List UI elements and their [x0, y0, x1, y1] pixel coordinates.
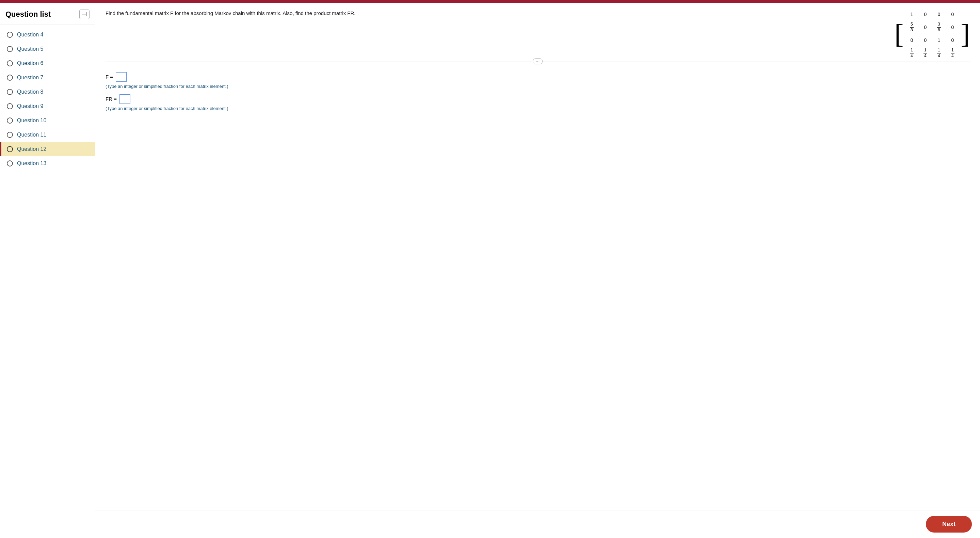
- matrix-cell-0-3: 0: [951, 11, 954, 18]
- matrix-cell-0-1: 0: [924, 11, 927, 18]
- sidebar-item-q5[interactable]: Question 5: [0, 42, 95, 56]
- radio-circle-q5: [7, 46, 13, 52]
- sidebar-label-q11: Question 11: [17, 132, 46, 138]
- sidebar-item-q12[interactable]: Question 12: [0, 142, 95, 156]
- sidebar-item-q11[interactable]: Question 11: [0, 128, 95, 142]
- matrix-cell-1-2: 38: [937, 22, 941, 33]
- sidebar-item-q9[interactable]: Question 9: [0, 99, 95, 113]
- matrix-grid: 1000580380001014141414: [905, 8, 959, 59]
- divider-dots: ···: [533, 58, 543, 64]
- top-bar: [0, 0, 980, 3]
- sidebar-label-q5: Question 5: [17, 46, 43, 52]
- sidebar-label-q6: Question 6: [17, 60, 43, 67]
- sidebar-label-q4: Question 4: [17, 32, 43, 38]
- matrix-cell-2-3: 0: [951, 37, 954, 43]
- content-area: Find the fundamental matrix F for the ab…: [95, 3, 980, 538]
- f-input[interactable]: [116, 72, 127, 82]
- sidebar-label-q13: Question 13: [17, 161, 46, 167]
- sidebar-list: Question 4Question 5Question 6Question 7…: [0, 25, 95, 173]
- main-layout: Question list ⊣ Question 4Question 5Ques…: [0, 3, 980, 538]
- matrix-cell-1-1: 0: [924, 24, 927, 30]
- radio-circle-q6: [7, 60, 13, 67]
- fr-label: FR =: [105, 96, 117, 102]
- bracket-left: [: [894, 20, 904, 47]
- radio-circle-q13: [7, 161, 13, 167]
- matrix-cell-1-3: 0: [951, 24, 954, 30]
- sidebar-label-q12: Question 12: [17, 146, 46, 152]
- matrix-cell-2-2: 1: [937, 37, 940, 43]
- matrix-cell-0-2: 0: [937, 11, 940, 18]
- radio-circle-q9: [7, 103, 13, 109]
- collapse-icon[interactable]: ⊣: [79, 10, 89, 19]
- matrix-cell-1-0: 58: [910, 22, 914, 33]
- f-hint: (Type an integer or simplified fraction …: [105, 84, 970, 89]
- sidebar-title: Question list: [5, 10, 51, 19]
- radio-circle-q4: [7, 32, 13, 38]
- f-answer-row: F =: [105, 72, 970, 82]
- matrix-cell-3-2: 14: [937, 48, 941, 59]
- fr-input[interactable]: [119, 94, 130, 104]
- question-panel: Find the fundamental matrix F for the ab…: [95, 3, 980, 510]
- sidebar-label-q9: Question 9: [17, 103, 43, 109]
- matrix-cell-3-3: 14: [951, 48, 955, 59]
- fr-hint: (Type an integer or simplified fraction …: [105, 106, 970, 111]
- question-text: Find the fundamental matrix F for the ab…: [105, 10, 412, 18]
- sidebar-item-q7[interactable]: Question 7: [0, 70, 95, 85]
- divider-container: ···: [105, 62, 970, 62]
- sidebar-item-q13[interactable]: Question 13: [0, 156, 95, 170]
- matrix-cell-3-1: 14: [923, 48, 927, 59]
- sidebar-label-q8: Question 8: [17, 89, 43, 95]
- sidebar-label-q7: Question 7: [17, 75, 43, 81]
- bracket-right: ]: [961, 20, 970, 47]
- matrix-cell-3-0: 14: [910, 48, 914, 59]
- radio-circle-q12: [7, 146, 13, 152]
- matrix-bracket-wrap: [ 1000580380001014141414 ]: [894, 8, 970, 59]
- sidebar-header: Question list ⊣: [0, 3, 95, 25]
- f-label: F =: [105, 74, 113, 80]
- fr-answer-row: FR =: [105, 94, 970, 104]
- sidebar-item-q6[interactable]: Question 6: [0, 56, 95, 70]
- answer-section: F = (Type an integer or simplified fract…: [105, 72, 970, 111]
- matrix-cell-2-0: 0: [910, 37, 913, 43]
- radio-circle-q8: [7, 89, 13, 95]
- next-button[interactable]: Next: [926, 516, 972, 533]
- radio-circle-q7: [7, 75, 13, 81]
- radio-circle-q10: [7, 118, 13, 124]
- sidebar-label-q10: Question 10: [17, 118, 46, 124]
- sidebar-item-q10[interactable]: Question 10: [0, 113, 95, 128]
- sidebar-item-q4[interactable]: Question 4: [0, 27, 95, 42]
- radio-circle-q11: [7, 132, 13, 138]
- sidebar-item-q8[interactable]: Question 8: [0, 85, 95, 99]
- sidebar: Question list ⊣ Question 4Question 5Ques…: [0, 3, 95, 538]
- matrix-cell-2-1: 0: [924, 37, 927, 43]
- bottom-bar: Next: [95, 510, 980, 538]
- matrix-container: [ 1000580380001014141414 ]: [894, 8, 970, 59]
- matrix-cell-0-0: 1: [910, 11, 913, 18]
